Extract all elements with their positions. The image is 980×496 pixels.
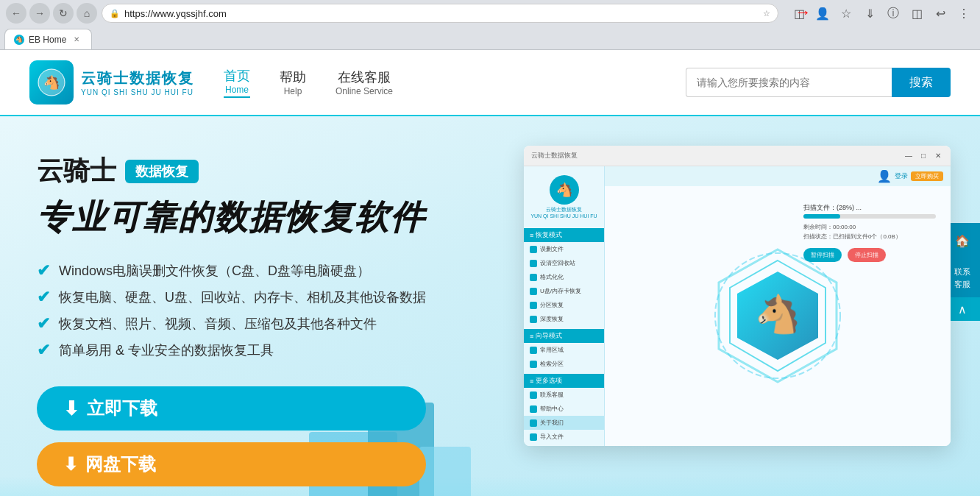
more-button[interactable]: ⋮ xyxy=(954,3,974,24)
menu-icon-import xyxy=(530,433,537,441)
app-sidebar-logo: 🐴 云骑士数据恢复YUN QI SHI SHU JU HUI FU xyxy=(524,166,604,225)
tab-favicon: 🐴 xyxy=(14,35,24,45)
logo-text: 云骑士数据恢复 YUN QI SHI SHU JU HUI FU xyxy=(81,68,194,96)
feature-text-3: 恢复文档、照片、视频、音频、压缩包及其他各种文件 xyxy=(59,315,377,333)
svg-text:🏠: 🏠 xyxy=(955,234,970,248)
download-label: 立即下载 xyxy=(87,397,157,420)
pause-scan-button[interactable]: 暂停扫描 xyxy=(803,248,842,262)
feature-text-1: Windows电脑误删文件恢复（C盘、D盘等电脑硬盘） xyxy=(59,262,370,280)
extensions-button[interactable]: ◫ xyxy=(789,3,809,24)
download-manager-button[interactable]: ⇓ xyxy=(859,3,880,24)
nav-service-zh: 在线客服 xyxy=(338,68,391,86)
progress-buttons: 暂停扫描 停止扫描 xyxy=(803,248,936,262)
login-button[interactable]: 登录 xyxy=(895,171,908,181)
hero-section: 云骑士 数据恢复 专业可靠的数据恢复软件 ✔ Windows电脑误删文件恢复（C… xyxy=(0,116,980,496)
forward-button[interactable]: → xyxy=(29,3,50,24)
refresh-button[interactable]: ↻ xyxy=(53,3,74,24)
check-icon-1: ✔ xyxy=(37,261,50,280)
progress-status: 扫描状态：已扫描到文件0个（0.0B） xyxy=(803,233,936,242)
menu-item-format[interactable]: 格式化化 xyxy=(524,270,604,284)
maximize-button[interactable]: □ xyxy=(918,151,928,161)
logo-english: YUN QI SHI SHU JU HUI FU xyxy=(81,88,194,96)
menu-item-deep[interactable]: 深度恢复 xyxy=(524,312,604,326)
browser-controls: ← → ↻ ⌂ xyxy=(6,3,97,24)
menu-item-help[interactable]: 帮助中心 xyxy=(524,402,604,416)
stop-scan-button[interactable]: 停止扫描 xyxy=(848,248,886,262)
menu-item-search-partition[interactable]: 检索分区 xyxy=(524,357,604,371)
cloud-download-button[interactable]: ⬇ 网盘下载 xyxy=(37,442,426,486)
hero-main-title: 专业可靠的数据恢复软件 xyxy=(37,195,426,241)
menu-item-deleted[interactable]: 误删文件 xyxy=(524,242,604,256)
feature-text-4: 简单易用 & 专业安全的数据恢复工具 xyxy=(59,341,274,359)
app-close-button[interactable]: ✕ xyxy=(933,151,943,161)
search-input[interactable] xyxy=(686,68,892,97)
progress-bar-bg xyxy=(803,214,936,219)
cast-button[interactable]: ◫ xyxy=(906,3,927,24)
nav-home-en: Home xyxy=(225,85,249,95)
logo-area: 🐴 云骑士数据恢复 YUN QI SHI SHU JU HUI FU xyxy=(29,60,194,104)
app-header-bar: 👤 登录 立即购买 xyxy=(605,166,951,186)
minimize-button[interactable]: — xyxy=(903,151,914,161)
download-button[interactable]: ⬇ 立即下载 xyxy=(37,386,426,431)
logo-icon: 🐴 xyxy=(29,60,74,104)
menu-item-partition[interactable]: 分区恢复 xyxy=(524,298,604,312)
menu-item-about[interactable]: 关于我们 xyxy=(524,416,604,430)
menu-item-contact[interactable]: 联系客服 xyxy=(524,388,604,402)
app-version: 版本号：V2021.11.0.111 xyxy=(524,444,604,446)
check-icon-2: ✔ xyxy=(37,288,50,307)
browser-chrome: ← → ↻ ⌂ 🔒 ☆ ← ◫ 👤 ☆ ⇓ ⓘ ◫ ↩ ⋮ xyxy=(0,0,980,26)
section-more-label: 更多选项 xyxy=(536,376,562,386)
sidebar-section-guide: ≡ 向导模式 xyxy=(524,329,604,343)
menu-icon-udisk xyxy=(530,288,537,295)
feature-item-2: ✔ 恢复电脑、硬盘、U盘、回收站、内存卡、相机及其他设备数据 xyxy=(37,288,426,307)
menu-icon-recycle xyxy=(530,260,537,267)
menu-item-common[interactable]: 常用区域 xyxy=(524,343,604,357)
bookmark-star-button[interactable]: ☆ xyxy=(836,3,856,24)
tab-close-button[interactable]: ✕ xyxy=(71,34,82,46)
nav-help-zh: 帮助 xyxy=(280,68,306,86)
cloud-icon: ⬇ xyxy=(63,454,78,475)
progress-title: 扫描文件：(28%) ... xyxy=(803,203,936,213)
nav-help[interactable]: 帮助 Help xyxy=(280,68,306,96)
nav-home[interactable]: 首页 Home xyxy=(224,67,250,98)
browser-back-button[interactable]: ↩ xyxy=(930,3,951,24)
logo-svg: 🐴 xyxy=(37,68,66,97)
check-icon-4: ✔ xyxy=(37,341,50,360)
menu-icon-partition xyxy=(530,302,537,309)
feature-item-3: ✔ 恢复文档、照片、视频、音频、压缩包及其他各种文件 xyxy=(37,314,426,333)
login-area: 👤 登录 立即购买 xyxy=(877,169,943,183)
menu-item-import[interactable]: 导入文件 xyxy=(524,430,604,444)
nav-online-service[interactable]: 在线客服 Online Service xyxy=(335,68,393,96)
nav-help-en: Help xyxy=(284,86,302,96)
app-logo-text: 云骑士数据恢复YUN QI SHI SHU JU HUI FU xyxy=(530,206,597,219)
menu-icon-about xyxy=(530,419,537,427)
menu-label-partition: 分区恢复 xyxy=(540,301,564,309)
site-header: 🐴 云骑士数据恢复 YUN QI SHI SHU JU HUI FU 首页 Ho… xyxy=(0,50,980,116)
app-titlebar: 云骑士数据恢复 — □ ✕ xyxy=(524,146,951,166)
app-logo-circle: 🐴 xyxy=(550,175,579,205)
nav-home-zh: 首页 xyxy=(224,67,250,85)
app-mockup: 云骑士数据恢复 — □ ✕ 🐴 云骑士数据恢复YUN QI SHI SHU JU… xyxy=(524,146,951,446)
menu-icon-deleted xyxy=(530,246,537,253)
active-tab[interactable]: 🐴 EB Home ✕ xyxy=(4,29,92,49)
app-sidebar: 🐴 云骑士数据恢复YUN QI SHI SHU JU HUI FU ≡ 恢复模式… xyxy=(524,166,605,446)
account-button[interactable]: 👤 xyxy=(812,3,833,24)
star-icon[interactable]: ☆ xyxy=(763,9,770,18)
vip-badge[interactable]: 立即购买 xyxy=(911,171,943,181)
hex-graphic: 🐴 xyxy=(704,242,851,389)
logo-chinese: 云骑士数据恢复 xyxy=(81,68,194,88)
menu-icon-deep xyxy=(530,316,537,323)
info-button[interactable]: ⓘ xyxy=(883,3,903,24)
menu-item-recycle[interactable]: 设清空回收站 xyxy=(524,256,604,270)
home-button[interactable]: ⌂ xyxy=(77,3,97,24)
feature-item-1: ✔ Windows电脑误删文件恢复（C盘、D盘等电脑硬盘） xyxy=(37,261,426,280)
search-button[interactable]: 搜索 xyxy=(892,68,951,97)
app-body: 🐴 云骑士数据恢复YUN QI SHI SHU JU HUI FU ≡ 恢复模式… xyxy=(524,166,951,446)
sidebar-section-recover: ≡ 恢复模式 xyxy=(524,228,604,242)
menu-icon-contact xyxy=(530,392,537,399)
download-icon: ⬇ xyxy=(63,397,79,420)
section-recover-label: 恢复模式 xyxy=(536,230,562,240)
address-input[interactable] xyxy=(124,8,759,19)
menu-item-udisk[interactable]: U盘/内存卡恢复 xyxy=(524,284,604,298)
back-button[interactable]: ← xyxy=(6,3,26,24)
